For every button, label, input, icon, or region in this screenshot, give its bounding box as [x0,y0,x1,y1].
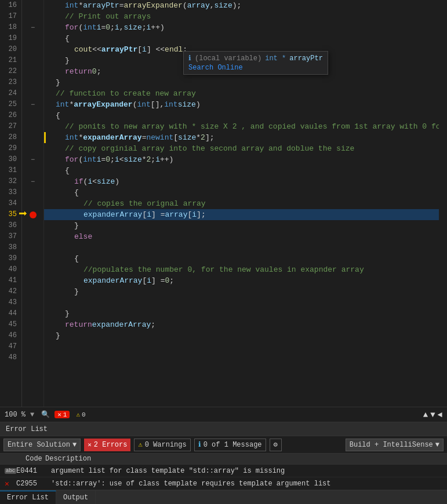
scope-dropdown[interactable]: Entire Solution ▼ [3,439,81,451]
warning-count-badge[interactable]: ⚠ 0 [74,411,87,418]
error-table-row[interactable]: ✕C2955'std::array': use of class templat… [0,477,447,490]
gutter-cell[interactable] [22,275,43,286]
tooltip-type-icon: ℹ [188,54,191,63]
error-code: E0441 [16,467,51,475]
gutter-col: −−−−⮕ [22,0,44,407]
errors-btn-label: 2 Errors [94,441,128,449]
gutter-cell[interactable] [22,198,43,209]
search-icon[interactable]: 🔍 [41,410,50,419]
token-num: 0 [165,275,169,286]
gutter-cell[interactable] [22,341,43,352]
tab-error-list[interactable]: Error List [0,491,56,504]
gutter-cell[interactable] [22,121,43,132]
gutter-cell[interactable]: − [22,154,43,165]
tooltip-signature: ℹ (local variable) int * arrayPtr [188,54,323,63]
gutter-cell[interactable] [22,88,43,99]
fold-button[interactable]: − [30,24,37,31]
token-kw: int [164,99,177,110]
warning-row-icon: abc [5,468,16,474]
token-op: ( [183,0,187,11]
token-op: [ [187,209,192,220]
token-var: size [215,0,232,11]
token-op: } [56,77,60,88]
code-line: { [44,110,439,121]
token-op: * [196,132,201,143]
token-op: ); [232,0,242,11]
col-header-desc: Description [45,455,442,463]
fold-button[interactable]: − [30,178,37,185]
warning-count: 0 [82,411,86,418]
warnings-filter-button[interactable]: ⚠ 0 Warnings [134,439,190,451]
gutter-cell[interactable] [22,0,43,11]
token-kw2: return [65,319,92,330]
token-fn: arrayExpander [123,0,182,11]
error-table-header: Code Description [0,454,447,465]
filter-icon: ⚙ [274,440,278,449]
nav-left-arrow[interactable]: ◄ [438,410,442,419]
fold-button[interactable]: − [30,101,37,108]
gutter-cell[interactable] [22,220,43,231]
code-line: expanderArray[i] = array[i]; [44,209,439,220]
fold-button[interactable]: − [30,156,37,163]
gutter-cell[interactable] [22,187,43,198]
warning-triangle-icon-btn: ⚠ [138,440,142,449]
token-op: [ [142,275,147,286]
gutter-cell[interactable] [22,352,43,363]
gutter-cell[interactable]: − [22,22,43,33]
error-table-row[interactable]: abcE0441argument list for class template… [0,465,447,477]
errors-filter-button[interactable]: ✕ 2 Errors [84,439,130,451]
gutter-cell[interactable] [22,242,43,253]
gutter-cell[interactable] [22,286,43,297]
tab-output[interactable]: Output [56,491,96,504]
filter-button[interactable]: ⚙ [270,439,282,451]
messages-filter-button[interactable]: ℹ 0 of 1 Message [194,439,266,451]
nav-down-arrow[interactable]: ▼ [430,410,435,419]
code-line [44,352,439,363]
gutter-cell[interactable] [22,253,43,264]
token-op: ; [169,275,174,286]
token-bold-var: arrayPtr [101,44,137,55]
gutter-cell[interactable] [22,330,43,341]
gutter-cell[interactable] [22,165,43,176]
gutter-cell[interactable] [22,308,43,319]
token-op: } [74,220,79,231]
line-number: 16 [5,0,17,11]
token-op: [ [137,44,142,55]
token-op: ( [78,22,83,33]
gutter-cell[interactable] [22,264,43,275]
gutter-cell[interactable] [22,143,43,154]
gutter-cell[interactable] [22,77,43,88]
error-x-icon: ✕ [57,411,61,418]
gutter-cell[interactable] [22,55,43,66]
gutter-cell[interactable] [22,66,43,77]
code-line: int* arrayPtr = arrayExpander(array, siz… [44,0,439,11]
token-op: ]; [205,132,215,143]
line-number: 38 [5,242,17,253]
gutter-cell[interactable] [22,11,43,22]
vertical-scrollbar[interactable] [439,0,447,407]
zoom-level: 100 % [5,411,26,419]
token-op: } [65,55,70,66]
error-count-badge[interactable]: ✕ 1 [54,411,70,418]
token-op: = [101,154,106,165]
gutter-cell[interactable]: − [22,176,43,187]
nav-up-arrow[interactable]: ▲ [423,410,428,419]
token-num: 0 [106,22,110,33]
code-line: { [44,165,439,176]
gutter-cell[interactable] [22,297,43,308]
tooltip-search-online[interactable]: Search Online [188,64,323,72]
gutter-cell[interactable] [22,44,43,55]
zoom-dropdown[interactable]: ▼ [30,411,34,419]
line-number: 25 [5,99,17,110]
build-dropdown[interactable]: Build + IntelliSense ▼ [346,439,444,451]
gutter-cell[interactable] [22,110,43,121]
gutter-cell[interactable]: − [22,99,43,110]
gutter-cell[interactable] [22,231,43,242]
gutter-cell[interactable]: ⮕ [22,209,43,220]
gutter-cell[interactable] [22,132,43,143]
token-var: size [178,99,196,110]
gutter-cell[interactable] [22,33,43,44]
gutter-cell[interactable] [22,319,43,330]
token-op: ; [97,66,101,77]
build-chevron-icon: ▼ [435,441,439,449]
